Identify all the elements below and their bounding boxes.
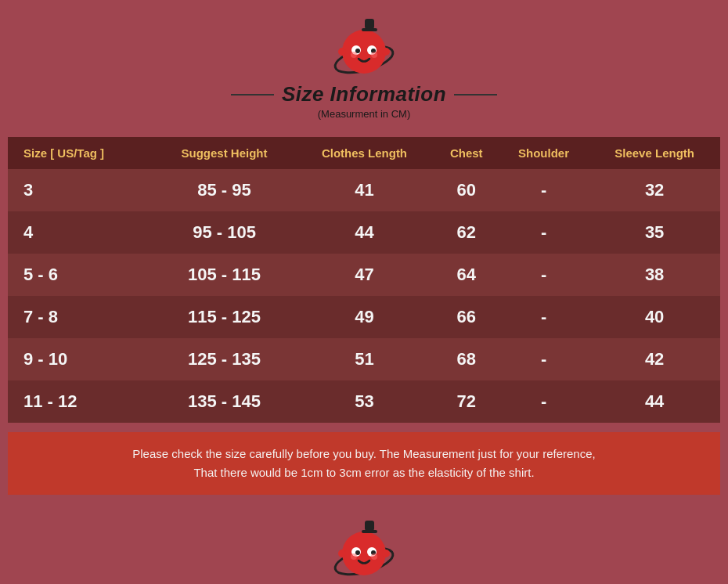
col-height: Suggest Height [154, 137, 295, 169]
title-line-right [454, 94, 497, 96]
table-cell: 7 - 8 [8, 296, 154, 338]
table-cell: 66 [434, 296, 499, 338]
table-cell: 40 [589, 296, 720, 338]
bottom-mascot-image [329, 516, 399, 582]
table-cell: 44 [294, 211, 434, 254]
table-cell: 72 [434, 380, 499, 423]
table-cell: 53 [294, 380, 434, 423]
svg-point-1 [342, 30, 386, 74]
title-row: Size Information [231, 82, 497, 106]
svg-point-23 [382, 550, 390, 557]
page-subtitle: (Measurment in CM) [318, 108, 410, 120]
svg-point-9 [371, 52, 377, 58]
table-row: 5 - 6105 - 1154764-38 [8, 254, 720, 296]
page-title: Size Information [282, 82, 446, 106]
col-length: Clothes Length [294, 137, 434, 169]
table-cell: 68 [434, 338, 499, 380]
table-cell: 64 [434, 254, 499, 296]
table-row: 495 - 1054462-35 [8, 211, 720, 254]
table-cell: 32 [589, 169, 720, 211]
table-cell: 42 [589, 338, 720, 380]
svg-point-22 [338, 550, 346, 557]
table-cell: 9 - 10 [8, 338, 154, 380]
table-cell: 95 - 105 [154, 211, 295, 254]
table-cell: 51 [294, 338, 434, 380]
col-size: Size [ US/Tag ] [8, 137, 154, 169]
svg-point-4 [355, 49, 360, 53]
top-section: Size Information (Measurment in CM) [0, 0, 728, 137]
table-row: 7 - 8115 - 1254966-40 [8, 296, 720, 338]
notice-line2: That there would be 1cm to 3cm error as … [23, 463, 705, 482]
col-chest: Chest [434, 137, 499, 169]
table-cell: 135 - 145 [154, 380, 295, 423]
svg-point-21 [371, 553, 377, 560]
table-cell: - [499, 169, 589, 211]
table-cell: - [499, 254, 589, 296]
table-cell: 35 [589, 211, 720, 254]
table-header-row: Size [ US/Tag ] Suggest Height Clothes L… [8, 137, 720, 169]
table-cell: 85 - 95 [154, 169, 295, 211]
svg-point-13 [342, 532, 386, 575]
size-table-wrapper: Size [ US/Tag ] Suggest Height Clothes L… [8, 137, 720, 423]
table-cell: - [499, 380, 589, 423]
bottom-section: Color Show [0, 504, 728, 584]
table-cell: - [499, 296, 589, 338]
table-cell: 4 [8, 211, 154, 254]
svg-rect-19 [365, 521, 374, 531]
svg-point-11 [382, 48, 390, 56]
svg-point-10 [338, 48, 346, 56]
table-row: 385 - 954160-32 [8, 169, 720, 211]
col-sleeve: Sleeve Length [589, 137, 720, 169]
table-cell: - [499, 211, 589, 254]
table-cell: 115 - 125 [154, 296, 295, 338]
notice-box: Please check the size carefully before y… [8, 432, 720, 495]
table-cell: 105 - 115 [154, 254, 295, 296]
table-cell: 3 [8, 169, 154, 211]
table-row: 11 - 12135 - 1455372-44 [8, 380, 720, 423]
svg-rect-7 [365, 19, 374, 29]
title-line-left [231, 94, 274, 96]
table-cell: 62 [434, 211, 499, 254]
table-cell: 60 [434, 169, 499, 211]
table-cell: 5 - 6 [8, 254, 154, 296]
table-cell: 11 - 12 [8, 380, 154, 423]
table-cell: 49 [294, 296, 434, 338]
size-table: Size [ US/Tag ] Suggest Height Clothes L… [8, 137, 720, 423]
table-cell: 125 - 135 [154, 338, 295, 380]
notice-line1: Please check the size carefully before y… [23, 445, 705, 463]
table-cell: 41 [294, 169, 434, 211]
table-row: 9 - 10125 - 1355168-42 [8, 338, 720, 380]
col-shoulder: Shoulder [499, 137, 589, 169]
table-cell: - [499, 338, 589, 380]
svg-point-8 [351, 52, 357, 58]
svg-point-16 [355, 550, 360, 555]
svg-point-20 [351, 553, 357, 560]
table-cell: 44 [589, 380, 720, 423]
table-cell: 38 [589, 254, 720, 296]
table-cell: 47 [294, 254, 434, 296]
mascot-image [329, 14, 399, 81]
